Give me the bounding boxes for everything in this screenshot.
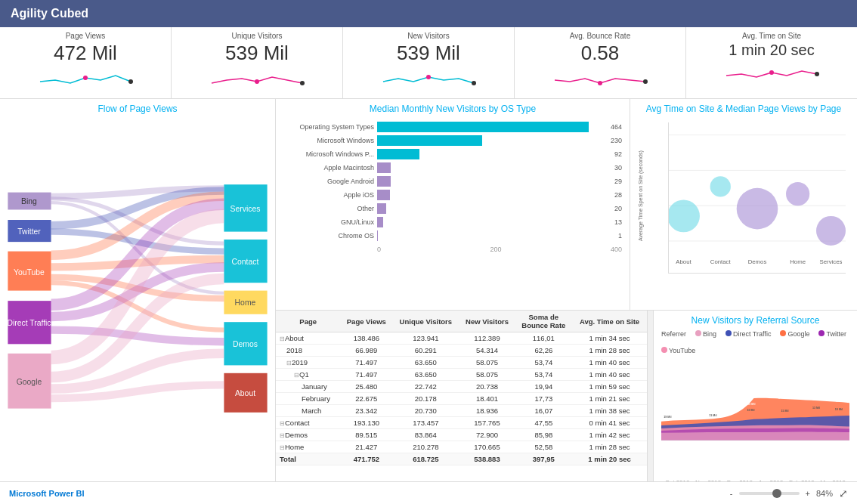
bar-value: 29 — [614, 178, 622, 185]
bar-fill — [377, 122, 589, 132]
bar-label: Apple Macintosh — [283, 164, 374, 172]
bar-container — [377, 217, 609, 227]
svg-point-42 — [816, 216, 846, 246]
svg-point-38 — [669, 199, 700, 232]
fullscreen-icon[interactable]: ⤢ — [839, 487, 848, 499]
table-panel: Page Page Views Unique Visitors New Visi… — [276, 311, 654, 481]
cell-new: 112.389 — [459, 332, 515, 345]
kpi-time-on-site-title: Avg. Time on Site — [742, 32, 801, 40]
cell-bounce: 19,94 — [515, 381, 572, 393]
sankey-svg: Bing Twitter YouTube Direct Traffic Goog… — [0, 116, 275, 481]
bar-label: Apple iOS — [283, 191, 374, 199]
svg-point-5 — [472, 81, 476, 85]
table-row[interactable]: ⊟Contact 193.130 173.457 157.765 47,55 0… — [276, 417, 647, 429]
bar-value: 1 — [618, 232, 622, 240]
cell-unique: 83.864 — [392, 429, 459, 441]
cell-bounce: 52,58 — [515, 441, 572, 453]
cell-time: 1 min 34 sec — [572, 332, 647, 345]
cell-unique: 20.178 — [392, 393, 459, 405]
kpi-bounce-rate-sparkline — [522, 66, 678, 88]
legend-twitter: Twitter — [818, 330, 846, 338]
bar-row: Apple Macintosh 30 — [283, 162, 622, 173]
kpi-new-visitors-value: 539 Mil — [397, 42, 460, 65]
cell-page: ⊟Home — [276, 441, 340, 453]
bar-fill — [377, 149, 419, 159]
svg-point-0 — [83, 76, 88, 80]
svg-text:15 Mil: 15 Mil — [781, 410, 788, 413]
cell-bounce: 53,74 — [515, 357, 572, 369]
kpi-unique-visitors: Unique Visitors 539 Mil — [172, 27, 343, 98]
cell-time: 1 min 40 sec — [572, 357, 647, 369]
zoom-handle[interactable] — [772, 489, 781, 498]
table-row[interactable]: ⊟About 138.486 123.941 112.389 116,01 1 … — [276, 332, 647, 345]
cell-bounce: 116,01 — [515, 332, 572, 345]
power-bi-brand[interactable]: Microsoft Power BI — [9, 489, 85, 498]
cell-new: 18.401 — [459, 393, 515, 405]
bar-fill — [377, 176, 391, 187]
cell-unique: 60.291 — [392, 345, 459, 357]
table-scroll[interactable]: Page Page Views Unique Visitors New Visi… — [276, 311, 647, 481]
svg-point-4 — [426, 75, 431, 79]
table-row[interactable]: Total 471.752 618.725 538.883 397,95 1 m… — [276, 453, 647, 465]
table-row[interactable]: ⊟Demos 89.515 83.864 72.900 85,98 1 min … — [276, 429, 647, 441]
cell-new: 20.738 — [459, 381, 515, 393]
svg-text:19 Mil: 19 Mil — [835, 408, 843, 411]
svg-text:Demos: Demos — [233, 340, 258, 348]
cell-views: 138.486 — [340, 332, 392, 345]
zoom-plus[interactable]: + — [806, 489, 810, 498]
table-row[interactable]: ⊟2019 71.497 63.650 58.075 53,74 1 min 4… — [276, 357, 647, 369]
cell-bounce: 17,73 — [515, 393, 572, 405]
bar-row: Microsoft Windows 230 — [283, 135, 622, 146]
bar-value: 464 — [611, 123, 622, 131]
cell-time: 1 min 28 sec — [572, 345, 647, 357]
svg-text:11 Mil: 11 Mil — [709, 414, 716, 417]
svg-text:Services: Services — [820, 258, 843, 265]
kpi-bounce-rate-title: Avg. Bounce Rate — [570, 32, 630, 40]
bottom-content: Page Page Views Unique Visitors New Visi… — [276, 311, 857, 481]
svg-point-6 — [598, 81, 602, 85]
svg-text:Services: Services — [230, 205, 261, 213]
zoom-minus[interactable]: - — [730, 489, 733, 498]
cell-new: 54.314 — [459, 345, 515, 357]
table-row[interactable]: February 22.675 20.178 18.401 17,73 1 mi… — [276, 393, 647, 405]
bar-value: 30 — [614, 164, 622, 172]
bar-label: Other — [283, 205, 374, 212]
kpi-page-views-value: 472 Mil — [54, 42, 117, 65]
cell-page: ⊟Demos — [276, 429, 340, 441]
table-scrollbar[interactable] — [647, 311, 653, 481]
svg-point-8 — [769, 70, 774, 75]
bar-chart: Operating System Types 464 Microsoft Win… — [283, 119, 622, 244]
legend-direct: Direct Traffic — [726, 330, 771, 338]
kpi-time-on-site-value: 1 min 20 sec — [729, 42, 814, 59]
svg-text:31 Mil: 31 Mil — [836, 400, 843, 403]
table-row[interactable]: ⊟Home 21.427 210.278 170.665 52,58 1 min… — [276, 441, 647, 453]
cell-unique: 20.730 — [392, 405, 459, 417]
bar-fill — [377, 230, 378, 241]
zoom-slider[interactable] — [739, 492, 800, 495]
cell-bounce: 53,74 — [515, 369, 572, 381]
bar-fill — [377, 217, 383, 227]
bar-container — [377, 203, 609, 214]
cell-views: 89.515 — [340, 429, 392, 441]
cell-new: 18.936 — [459, 405, 515, 417]
cell-page: March — [276, 405, 340, 417]
table-row[interactable]: ⊟Q1 71.497 63.650 58.075 53,74 1 min 40 … — [276, 369, 647, 381]
table-row[interactable]: March 23.342 20.730 18.936 16,07 1 min 3… — [276, 405, 647, 417]
kpi-bounce-rate-value: 0.58 — [581, 42, 620, 65]
svg-text:42 Mil: 42 Mil — [666, 402, 673, 405]
bar-label: Microsoft Windows — [283, 137, 374, 144]
svg-point-9 — [815, 72, 819, 76]
table-row[interactable]: January 25.480 22.742 20.738 19,94 1 min… — [276, 381, 647, 393]
bar-value: 13 — [614, 218, 622, 226]
svg-text:Google: Google — [17, 378, 42, 386]
bar-label: Google Android — [283, 178, 374, 185]
cell-page: ⊟Contact — [276, 417, 340, 429]
kpi-bounce-rate: Avg. Bounce Rate 0.58 — [515, 27, 686, 98]
cell-bounce: 397,95 — [515, 453, 572, 465]
cell-views: 22.675 — [340, 393, 392, 405]
cell-new: 157.765 — [459, 417, 515, 429]
cell-time: 1 min 59 sec — [572, 381, 647, 393]
cell-unique: 63.650 — [392, 357, 459, 369]
table-row[interactable]: 2018 66.989 60.291 54.314 62,26 1 min 28… — [276, 345, 647, 357]
table-header-row: Page Page Views Unique Visitors New Visi… — [276, 311, 647, 332]
